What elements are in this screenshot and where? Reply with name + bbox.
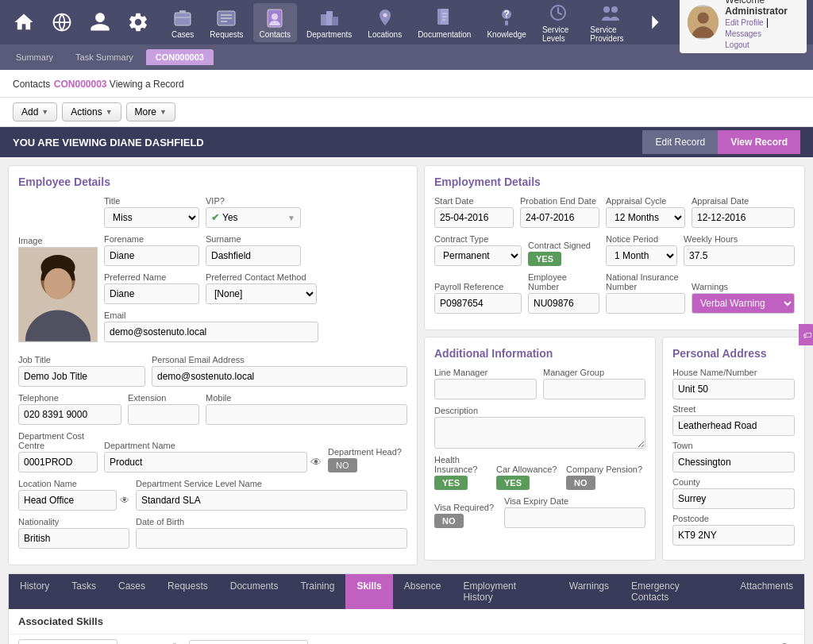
tab-attachments[interactable]: Attachments: [729, 574, 804, 609]
employee-num-input[interactable]: [528, 293, 599, 314]
svg-point-30: [44, 268, 71, 299]
nav-departments[interactable]: Departments: [300, 3, 358, 42]
tab-tasks[interactable]: Tasks: [60, 574, 107, 609]
tab-emergency-contacts[interactable]: Emergency Contacts: [620, 574, 729, 609]
job-title-label: Job Title: [18, 355, 145, 364]
contract-type-select[interactable]: Permanent: [434, 245, 522, 266]
line-manager-input[interactable]: [434, 379, 537, 399]
location-name-input[interactable]: [18, 490, 117, 511]
postcode-input[interactable]: [672, 525, 795, 546]
start-date-label: Start Date: [434, 196, 514, 206]
health-insurance-label: Health Insurance?: [434, 455, 490, 474]
notice-period-select[interactable]: 1 Month: [606, 245, 677, 266]
tab-history[interactable]: History: [9, 574, 60, 609]
actions-button[interactable]: Actions▼: [62, 102, 121, 121]
viewing-text: YOU ARE VIEWING DIANE DASHFIELD: [13, 137, 642, 148]
nationality-input[interactable]: [18, 528, 129, 549]
surname-label: Surname: [206, 234, 301, 244]
warnings-select[interactable]: Verbal Warning: [692, 293, 795, 314]
tab-summary[interactable]: Summary: [6, 49, 63, 65]
national-insurance-input[interactable]: [606, 293, 685, 314]
nav-globe[interactable]: [44, 8, 79, 37]
tab-warnings[interactable]: Warnings: [558, 574, 620, 609]
extension-input[interactable]: [128, 404, 199, 425]
email-input[interactable]: [104, 322, 318, 342]
tab-task-summary[interactable]: Task Summary: [66, 49, 143, 65]
svg-rect-20: [505, 21, 508, 25]
dept-service-level-input[interactable]: [136, 490, 407, 511]
dept-name-label: Department Name: [104, 441, 322, 450]
preferred-name-input[interactable]: [104, 283, 199, 304]
mobile-input[interactable]: [206, 404, 407, 425]
weekly-hours-input[interactable]: [684, 245, 795, 266]
appraisal-date-label: Appraisal Date: [692, 196, 795, 206]
logout-link[interactable]: Logout: [725, 40, 749, 49]
nav-gear[interactable]: [121, 8, 156, 37]
nav-contacts[interactable]: Contacts: [253, 3, 297, 42]
nav-arrow[interactable]: [638, 8, 673, 37]
notice-period-label: Notice Period: [606, 234, 677, 244]
dept-cost-centre-input[interactable]: [18, 452, 98, 472]
nav-contacts-label: Contacts: [260, 30, 291, 39]
personal-email-input[interactable]: [152, 366, 407, 387]
nav-requests[interactable]: Requests: [203, 3, 249, 42]
view-record-button[interactable]: View Record: [718, 130, 800, 154]
street-input[interactable]: [672, 415, 795, 436]
select-skills-input[interactable]: [189, 640, 308, 644]
job-title-input[interactable]: [18, 366, 145, 387]
dept-name-input[interactable]: [104, 452, 307, 472]
image-label: Image: [18, 236, 98, 245]
telephone-input[interactable]: [18, 404, 121, 425]
town-input[interactable]: [672, 452, 795, 472]
warnings-label: Warnings: [692, 282, 795, 291]
tab-documents[interactable]: Documents: [219, 574, 290, 609]
skills-dropdown[interactable]: Associated Skills: [18, 639, 118, 644]
user-info: Welcome Administrator Edit Profile | Mes…: [725, 0, 799, 50]
tab-skills[interactable]: Skills: [345, 574, 392, 609]
visa-required-badge: NO: [434, 514, 464, 528]
nav-service-providers[interactable]: Service Providers: [584, 0, 635, 46]
visa-expiry-input[interactable]: [504, 507, 645, 528]
payroll-ref-input[interactable]: [434, 293, 522, 314]
preferred-name-label: Preferred Name: [104, 272, 199, 282]
nav-service-levels[interactable]: Service Levels: [536, 0, 580, 46]
dept-head-btn[interactable]: NO: [328, 458, 357, 472]
nav-locations[interactable]: Locations: [361, 3, 408, 42]
nav-documentation[interactable]: Documentation: [411, 3, 477, 42]
nav-home[interactable]: [6, 8, 41, 37]
nav-departments-label: Departments: [306, 30, 352, 39]
description-textarea[interactable]: [434, 417, 645, 449]
nav-knowledge[interactable]: ? Knowledge: [480, 3, 532, 42]
personal-address-panel: Personal Address House Name/Number Stree…: [662, 337, 805, 561]
nav-cases[interactable]: Cases: [165, 3, 200, 42]
county-input[interactable]: [672, 488, 795, 509]
tab-con000003[interactable]: CON000003: [146, 49, 214, 65]
side-tag[interactable]: 🏷: [799, 324, 813, 345]
dob-input[interactable]: [136, 528, 407, 549]
edit-record-button[interactable]: Edit Record: [642, 130, 718, 154]
probation-end-input[interactable]: [520, 207, 599, 228]
appraisal-cycle-select[interactable]: 12 Months: [606, 207, 685, 228]
surname-input[interactable]: [206, 245, 301, 266]
start-date-input[interactable]: [434, 207, 514, 228]
mobile-label: Mobile: [206, 393, 407, 403]
tab-employment-history[interactable]: Employment History: [452, 574, 557, 609]
forename-input[interactable]: [104, 245, 199, 266]
nav-person[interactable]: [83, 8, 118, 37]
tab-absence[interactable]: Absence: [393, 574, 453, 609]
tab-training[interactable]: Training: [289, 574, 345, 609]
appraisal-date-input[interactable]: [692, 207, 795, 228]
tab-requests[interactable]: Requests: [156, 574, 219, 609]
title-select[interactable]: Miss: [104, 207, 199, 228]
tab-cases[interactable]: Cases: [107, 574, 156, 609]
contract-type-label: Contract Type: [434, 234, 522, 244]
svg-text:?: ?: [503, 9, 509, 20]
employee-num-label: Employee Number: [528, 272, 599, 291]
messages-link[interactable]: Messages: [725, 29, 761, 38]
edit-profile-link[interactable]: Edit Profile: [725, 18, 763, 27]
add-button[interactable]: Add▼: [13, 102, 57, 121]
preferred-contact-select[interactable]: [None]: [206, 283, 317, 304]
more-button[interactable]: More▼: [126, 102, 175, 121]
manager-group-input[interactable]: [543, 379, 645, 399]
house-input[interactable]: [672, 379, 795, 399]
